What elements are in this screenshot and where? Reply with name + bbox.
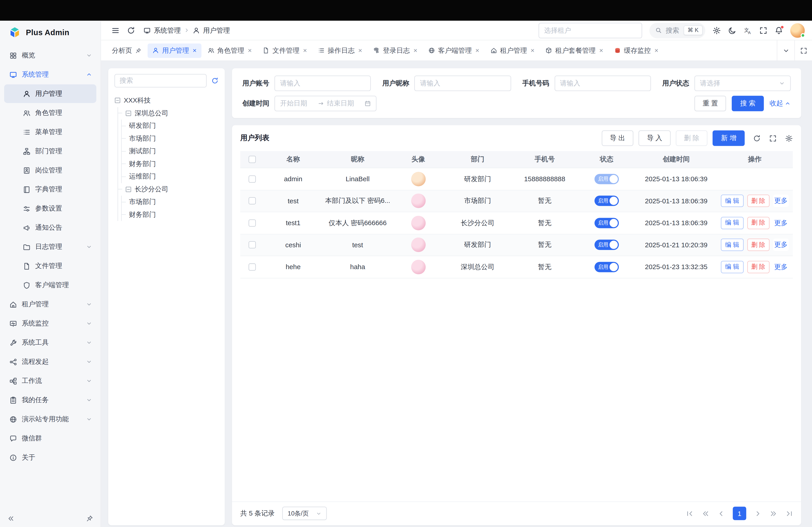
page-size-select[interactable]: 10条/页 xyxy=(282,507,327,520)
tab-tenant-package[interactable]: 租户套餐管理× xyxy=(541,43,608,58)
delete-row-button[interactable]: 删 除 xyxy=(747,195,770,207)
menu-toggle-icon[interactable] xyxy=(112,26,120,34)
tab-list-dropdown[interactable] xyxy=(777,40,794,61)
tree-node[interactable]: 市场部门 xyxy=(122,196,219,208)
content-fullscreen-button[interactable] xyxy=(794,40,812,61)
translate-icon[interactable]: 文A xyxy=(744,26,752,34)
close-icon[interactable]: × xyxy=(303,47,307,54)
tab-analysis[interactable]: 分析页 xyxy=(107,43,146,58)
sidebar-item-process-start[interactable]: 流程发起 xyxy=(4,352,96,371)
global-search[interactable]: 搜索 ⌘ K xyxy=(649,22,705,38)
delete-row-button[interactable]: 删 除 xyxy=(747,216,770,229)
phone-input[interactable]: 请输入 xyxy=(554,76,651,91)
close-icon[interactable]: × xyxy=(531,47,534,54)
status-toggle[interactable]: 启用 xyxy=(594,262,619,272)
tree-node[interactable]: 测试部门 xyxy=(122,145,219,157)
tree-node[interactable]: XXX科技 xyxy=(114,94,218,107)
delete-button[interactable]: 删 除 xyxy=(676,131,708,146)
next-page-icon[interactable] xyxy=(754,509,762,517)
sidebar-item-wechat-group[interactable]: 微信群 xyxy=(4,429,96,448)
table-settings-icon[interactable] xyxy=(785,134,793,142)
next-5-pages-icon[interactable] xyxy=(770,509,777,517)
sidebar-item-dept-management[interactable]: 部门管理 xyxy=(4,142,96,161)
sidebar-item-menu-management[interactable]: 菜单管理 xyxy=(4,123,96,141)
tree-node[interactable]: 深圳总公司 xyxy=(118,107,218,119)
sidebar-item-my-tasks[interactable]: 我的任务 xyxy=(4,391,96,409)
sidebar-item-client-management[interactable]: 客户端管理 xyxy=(4,276,96,295)
close-icon[interactable]: × xyxy=(476,47,479,54)
row-checkbox[interactable] xyxy=(249,175,256,183)
row-checkbox[interactable] xyxy=(249,241,256,249)
sidebar-item-user-management[interactable]: 用户管理 xyxy=(4,84,96,103)
breadcrumb-item-user[interactable]: 用户管理 xyxy=(203,26,230,35)
fullscreen-icon[interactable] xyxy=(759,26,768,34)
close-icon[interactable]: × xyxy=(358,47,362,54)
sidebar-item-system-tools[interactable]: 系统工具 xyxy=(4,333,96,352)
refresh-page-icon[interactable] xyxy=(127,26,135,34)
close-icon[interactable]: × xyxy=(654,47,658,54)
more-row-button[interactable]: 更多 xyxy=(773,261,789,273)
account-input[interactable]: 请输入 xyxy=(275,76,371,91)
close-icon[interactable]: × xyxy=(599,47,603,54)
sidebar-item-post-management[interactable]: 岗位管理 xyxy=(4,161,96,180)
more-row-button[interactable]: 更多 xyxy=(773,216,789,229)
tree-node[interactable]: 财务部门 xyxy=(122,157,219,170)
pin-sidebar-icon[interactable] xyxy=(86,515,93,522)
sidebar-item-system-monitor[interactable]: 系统监控 xyxy=(4,314,96,333)
first-page-icon[interactable] xyxy=(686,509,694,517)
sidebar-item-role-management[interactable]: 角色管理 xyxy=(4,104,96,122)
app-logo-row[interactable]: Plus Admin xyxy=(0,21,100,44)
collapse-filters-link[interactable]: 收起 xyxy=(770,99,791,108)
sidebar-item-about[interactable]: 关于 xyxy=(4,448,96,467)
reset-button[interactable]: 重 置 xyxy=(694,96,726,111)
delete-row-button[interactable]: 删 除 xyxy=(747,239,770,251)
tab-file-management[interactable]: 文件管理× xyxy=(258,43,312,58)
row-checkbox[interactable] xyxy=(249,197,256,205)
search-button[interactable]: 搜 索 xyxy=(732,96,764,111)
edit-row-button[interactable]: 编 辑 xyxy=(721,216,743,229)
select-all-checkbox[interactable] xyxy=(249,156,256,163)
status-toggle[interactable]: 启用 xyxy=(594,218,619,228)
close-icon[interactable]: × xyxy=(193,47,197,54)
tree-node[interactable]: 研发部门 xyxy=(122,119,219,132)
status-toggle[interactable]: 启用 xyxy=(594,174,619,184)
sidebar-item-file-management[interactable]: 文件管理 xyxy=(4,257,96,275)
tree-node[interactable]: 运维部门 xyxy=(122,170,219,183)
sidebar-item-log-management[interactable]: 日志管理 xyxy=(4,238,96,256)
sidebar-item-system-management[interactable]: 系统管理 xyxy=(4,65,96,84)
sidebar-item-dict-management[interactable]: 字典管理 xyxy=(4,180,96,199)
edit-row-button[interactable]: 编 辑 xyxy=(721,195,743,207)
tab-login-log[interactable]: 登录日志× xyxy=(368,43,422,58)
tab-client-management[interactable]: 客户端管理× xyxy=(424,43,484,58)
notifications-button[interactable] xyxy=(775,26,783,34)
status-toggle[interactable]: 启用 xyxy=(594,240,619,250)
row-checkbox[interactable] xyxy=(249,219,256,227)
tab-user-management[interactable]: 用户管理× xyxy=(147,43,201,58)
collapse-sidebar-icon[interactable] xyxy=(7,515,14,522)
export-button[interactable]: 导 出 xyxy=(601,131,633,146)
edit-row-button[interactable]: 编 辑 xyxy=(721,239,743,251)
nickname-input[interactable]: 请输入 xyxy=(414,76,511,91)
tree-node[interactable]: 财务部门 xyxy=(122,208,219,221)
add-button[interactable]: 新 增 xyxy=(713,131,744,146)
sidebar-item-tenant-management[interactable]: 租户管理 xyxy=(4,295,96,314)
tab-role-management[interactable]: 角色管理× xyxy=(203,43,257,58)
more-row-button[interactable]: 更多 xyxy=(773,195,789,207)
sidebar-item-overview[interactable]: 概览 xyxy=(4,46,96,65)
tree-node[interactable]: 市场部门 xyxy=(122,132,219,145)
tree-refresh-icon[interactable] xyxy=(211,77,219,84)
import-button[interactable]: 导 入 xyxy=(639,131,670,146)
tenant-select[interactable]: 选择租户 xyxy=(538,22,642,38)
tree-search-input[interactable]: 搜索 xyxy=(114,74,207,88)
current-page-button[interactable]: 1 xyxy=(733,507,746,520)
user-avatar[interactable] xyxy=(791,23,805,37)
dark-mode-icon[interactable] xyxy=(728,26,737,34)
last-page-icon[interactable] xyxy=(785,509,793,517)
tab-cache-monitor[interactable]: 缓存监控× xyxy=(609,43,663,58)
edit-row-button[interactable]: 编 辑 xyxy=(721,261,743,273)
sidebar-item-param-settings[interactable]: 参数设置 xyxy=(4,199,96,218)
prev-5-pages-icon[interactable] xyxy=(702,509,709,517)
more-row-button[interactable]: 更多 xyxy=(773,239,789,251)
prev-page-icon[interactable] xyxy=(717,509,725,517)
close-icon[interactable]: × xyxy=(248,47,252,54)
